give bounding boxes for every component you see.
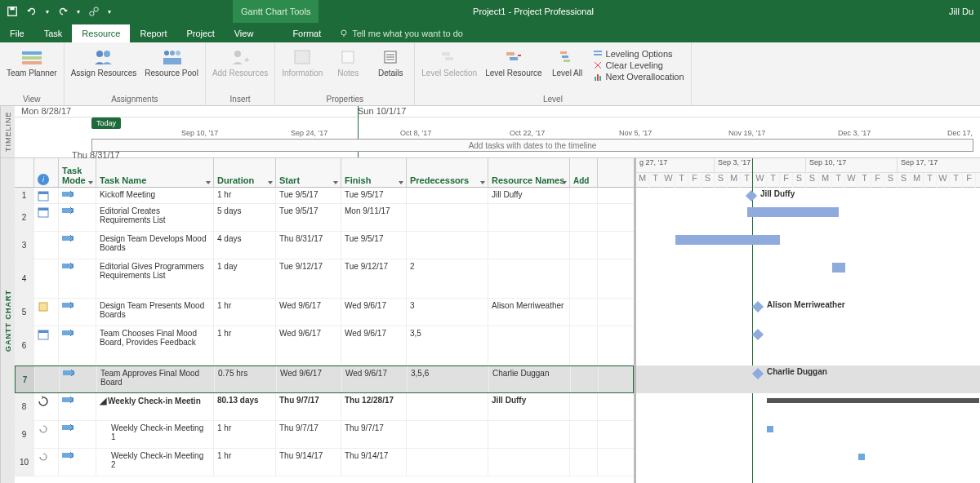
chart-row[interactable]: Jill Duffy [636,188,980,204]
task-row[interactable]: 1Kickoff Meeting1 hrTue 9/5/17Tue 9/5/17… [15,188,634,204]
header-predecessors[interactable]: Predecessors [407,158,488,187]
task-mode-cell[interactable] [59,421,96,448]
milestone-marker[interactable] [746,190,757,202]
gantt-bar[interactable] [747,207,839,217]
task-mode-cell[interactable] [59,188,96,203]
redo-dropdown-icon[interactable]: ▾ [77,8,80,16]
header-resource-names[interactable]: Resource Names [488,158,570,187]
predecessors-cell[interactable]: 3,5 [407,326,488,365]
row-number[interactable]: 2 [15,204,34,231]
chart-row[interactable]: Charlie Duggan [636,366,980,393]
row-number[interactable]: 6 [15,326,34,365]
add-cell[interactable] [570,259,598,298]
resource-cell[interactable] [488,204,570,231]
tab-resource[interactable]: Resource [72,24,130,42]
header-task-name[interactable]: Task Name [96,158,214,187]
collapse-icon[interactable]: ◢ [100,396,106,405]
task-name-cell[interactable]: Kickoff Meeting [96,188,214,203]
duration-cell[interactable]: 1 hr [214,326,276,365]
resource-pool-button[interactable]: Resource Pool [145,47,198,78]
task-mode-cell[interactable] [59,326,96,365]
resource-cell[interactable] [488,421,570,448]
level-resource-button[interactable]: Level Resource [485,47,541,78]
start-cell[interactable]: Thu 8/31/17 [276,232,341,259]
predecessors-cell[interactable]: 3,5,6 [408,366,489,392]
details-button[interactable]: Details [373,47,408,78]
row-number[interactable]: 1 [15,188,34,203]
chart-row[interactable] [636,421,980,449]
row-number[interactable]: 8 [15,393,34,420]
task-mode-cell[interactable] [59,259,96,298]
start-cell[interactable]: Thu 9/7/17 [276,393,341,420]
predecessors-cell[interactable]: 2 [407,259,488,298]
finish-cell[interactable]: Thu 12/28/17 [341,393,407,420]
task-name-cell[interactable]: Editorial Creates Requirements List [96,204,214,231]
finish-cell[interactable]: Tue 9/5/17 [341,188,407,203]
gantt-bar[interactable] [832,263,845,273]
finish-cell[interactable]: Tue 9/12/17 [341,259,407,298]
task-mode-cell[interactable] [59,449,96,476]
milestone-marker[interactable] [752,301,764,312]
task-name-cell[interactable]: Design Team Presents Mood Boards [96,299,214,326]
duration-cell[interactable]: 1 day [214,259,276,298]
finish-cell[interactable]: Thu 9/7/17 [341,421,407,448]
chart-row[interactable] [636,393,980,421]
gantt-chart[interactable]: g 27, '17Sep 3, '17Sep 10, '17Sep 17, '1… [634,158,980,483]
row-number[interactable]: 3 [15,232,34,259]
header-duration[interactable]: Duration [214,158,276,187]
level-all-button[interactable]: Level All [550,47,585,78]
duration-cell[interactable]: 80.13 days [214,393,276,420]
task-name-cell[interactable]: Team Chooses Final Mood Board, Provides … [96,326,214,365]
predecessors-cell[interactable] [407,393,488,420]
duration-cell[interactable]: 0.75 hrs [215,366,277,392]
save-icon[interactable] [7,6,18,17]
finish-cell[interactable]: Wed 9/6/17 [342,366,408,392]
finish-cell[interactable]: Wed 9/6/17 [341,299,407,326]
undo-icon[interactable] [26,6,38,17]
gantt-bar[interactable] [858,454,865,460]
tab-task[interactable]: Task [34,24,73,42]
task-name-cell[interactable]: Editorial Gives Programmers Requirements… [96,259,214,298]
clear-leveling-button[interactable]: Clear Leveling [593,60,684,70]
predecessors-cell[interactable] [407,188,488,203]
resource-cell[interactable]: Alison Merriweather [488,299,570,326]
predecessors-cell[interactable]: 3 [407,299,488,326]
duration-cell[interactable]: 1 hr [214,188,276,203]
assign-resources-button[interactable]: Assign Resources [71,47,137,78]
task-mode-cell[interactable] [59,299,96,326]
finish-cell[interactable]: Thu 9/14/17 [341,449,407,476]
summary-bar[interactable] [767,398,979,403]
duration-cell[interactable]: 1 hr [214,299,276,326]
task-row[interactable]: 2Editorial Creates Requirements List5 da… [15,204,634,232]
task-mode-cell[interactable] [59,393,96,420]
add-cell[interactable] [570,449,598,476]
task-name-cell[interactable]: Team Approves Final Mood Board [97,366,215,392]
finish-cell[interactable]: Mon 9/11/17 [341,204,407,231]
tab-file[interactable]: File [0,24,34,42]
notes-button[interactable]: Notes [331,47,365,78]
level-selection-button[interactable]: Level Selection [421,47,477,78]
chart-row[interactable]: Alison Merriweather [636,299,980,326]
add-cell[interactable] [570,326,598,365]
start-cell[interactable]: Thu 9/7/17 [276,421,341,448]
predecessors-cell[interactable] [407,232,488,259]
task-row[interactable]: 7Team Approves Final Mood Board0.75 hrsW… [15,366,634,393]
task-name-cell[interactable]: Design Team Develops Mood Boards [96,232,214,259]
resource-cell[interactable] [488,326,570,365]
add-cell[interactable] [570,204,598,231]
information-button[interactable]: Information [282,47,323,78]
task-row[interactable]: 4Editorial Gives Programmers Requirement… [15,259,634,299]
row-number[interactable]: 7 [16,366,35,392]
resource-cell[interactable]: Jill Duffy [488,393,570,420]
add-cell[interactable] [571,366,599,392]
link-icon[interactable] [88,6,100,17]
add-cell[interactable] [570,421,598,448]
milestone-marker[interactable] [752,368,764,379]
task-row[interactable]: 5Design Team Presents Mood Boards1 hrWed… [15,299,634,326]
header-row-selector[interactable] [15,158,34,187]
row-number[interactable]: 4 [15,259,34,298]
resource-cell[interactable] [488,259,570,298]
duration-cell[interactable]: 1 hr [214,449,276,476]
finish-cell[interactable]: Wed 9/6/17 [341,326,407,365]
finish-cell[interactable]: Tue 9/5/17 [341,232,407,259]
